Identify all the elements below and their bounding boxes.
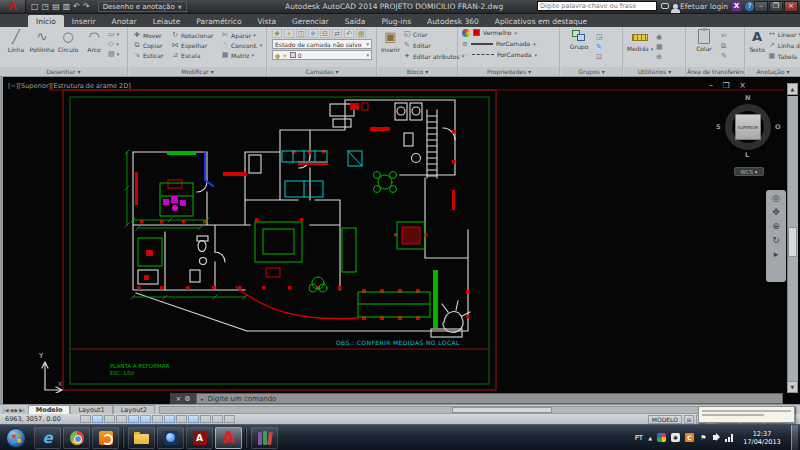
layer-prev-icon[interactable]: ↶ bbox=[344, 29, 354, 38]
panel-label-layers[interactable]: Camadas ▾ bbox=[268, 67, 376, 76]
search-input[interactable] bbox=[537, 1, 657, 11]
copy-clip-icon[interactable]: ⧉ bbox=[721, 42, 727, 51]
layout-tab-modelo[interactable]: Modelo bbox=[28, 405, 71, 414]
paste-button[interactable]: Colar bbox=[692, 29, 716, 61]
ribbon-tab-1[interactable]: Inserir bbox=[64, 15, 104, 27]
flag-icon[interactable]: ⚑ bbox=[699, 433, 708, 442]
taskbar-adobe-reader[interactable]: A bbox=[186, 427, 213, 449]
viewcube-face[interactable]: SUPERIOR bbox=[735, 114, 761, 140]
linetype-dropdown[interactable]: ⋯ PorCamada▾ bbox=[459, 49, 559, 60]
taskbar-chrome[interactable] bbox=[63, 427, 90, 449]
modify-5-button[interactable]: ◝Concord. ▾ bbox=[221, 40, 266, 50]
scroll-up-arrow[interactable]: ▲ bbox=[787, 83, 798, 95]
status-toggle-8[interactable] bbox=[176, 415, 187, 423]
rectangle-icon[interactable]: ▭ ▾ bbox=[108, 30, 119, 39]
next-tab-icon[interactable]: ▶ bbox=[14, 407, 18, 413]
taskbar-office[interactable] bbox=[92, 427, 119, 449]
command-input[interactable]: ▸ Digite um comando bbox=[196, 393, 783, 404]
taskbar-media-player[interactable] bbox=[157, 427, 184, 449]
tray-expand-icon[interactable]: ▲ bbox=[648, 435, 652, 441]
antivirus-icon[interactable]: ✱ bbox=[671, 433, 680, 442]
plot-icon[interactable]: ▥ bbox=[63, 2, 71, 12]
layer-lock-icon[interactable]: ⊟ bbox=[320, 29, 330, 38]
panel-label-clipboard[interactable]: Área de transferência bbox=[687, 67, 744, 76]
ribbon-tab-7[interactable]: Saída bbox=[337, 15, 374, 27]
modify-3-button[interactable]: ⧉Copiar bbox=[133, 40, 167, 50]
minimize-button[interactable]: – bbox=[754, 1, 768, 12]
draw-3-button[interactable]: ◠Arco bbox=[82, 29, 106, 59]
status-toggle-6[interactable] bbox=[152, 415, 163, 423]
draw-1-button[interactable]: ∿Polilinha bbox=[30, 29, 54, 59]
group-selection-icon[interactable]: ⊡ bbox=[596, 53, 603, 62]
layer-match-icon[interactable]: ⇄ bbox=[332, 29, 342, 38]
show-desktop-button[interactable] bbox=[791, 425, 798, 450]
ribbon-tab-9[interactable]: Autodesk 360 bbox=[419, 15, 487, 27]
layout-tab-layout1[interactable]: Layout1 bbox=[70, 405, 112, 414]
last-tab-icon[interactable]: ▶| bbox=[19, 407, 25, 413]
status-toggle-2[interactable] bbox=[104, 415, 115, 423]
wcs-dropdown[interactable]: WCS ▾ bbox=[734, 167, 764, 176]
panel-label-modify[interactable]: Modificar ▾ bbox=[129, 67, 266, 76]
language-indicator[interactable]: PT bbox=[635, 434, 644, 442]
viewcube-north[interactable]: N bbox=[745, 94, 750, 102]
panel-label-block[interactable]: Bloco ▾ bbox=[378, 67, 457, 76]
exchange-apps-icon[interactable]: X bbox=[732, 2, 741, 11]
taskbar-internet-explorer[interactable]: e bbox=[34, 427, 61, 449]
taskbar-windows-explorer[interactable] bbox=[128, 427, 155, 449]
layout-tab-layout2[interactable]: Layout2 bbox=[113, 405, 155, 414]
showmotion-icon[interactable]: ▸ bbox=[774, 249, 779, 260]
quick-select-icon[interactable]: ◉ bbox=[656, 33, 663, 42]
scroll-down-arrow[interactable]: ▼ bbox=[787, 381, 798, 393]
ungroup-icon[interactable]: ◲ bbox=[596, 33, 603, 42]
modify-0-button[interactable]: ✚Mover bbox=[133, 30, 167, 40]
ribbon-tab-5[interactable]: Vista bbox=[250, 15, 285, 27]
workspace-dropdown[interactable]: Desenho e anotação ▼ bbox=[98, 1, 187, 12]
status-toggle-7[interactable] bbox=[164, 415, 175, 423]
action-center-icon[interactable] bbox=[657, 433, 666, 442]
quick-calc-icon[interactable]: ▦ bbox=[656, 43, 663, 52]
scrollbar-thumb[interactable] bbox=[788, 227, 797, 257]
ribbon-tab-2[interactable]: Anotar bbox=[104, 15, 145, 27]
first-tab-icon[interactable]: |◀ bbox=[3, 407, 9, 413]
layer-state-dropdown[interactable]: Estado de camada não salvo▾ bbox=[272, 39, 372, 49]
draw-0-button[interactable]: ╱Linha bbox=[4, 29, 28, 59]
panel-label-properties[interactable]: Propriedades ▾ bbox=[459, 67, 559, 76]
layer-properties-icon[interactable]: ❖ bbox=[272, 29, 282, 38]
new-icon[interactable]: □ bbox=[31, 2, 39, 12]
block-edit-attributes-button[interactable]: ✦Editar atributos ▾ bbox=[403, 51, 464, 61]
open-icon[interactable]: ◳ bbox=[42, 2, 50, 12]
modify-7-button[interactable]: ⊿Escala bbox=[171, 50, 217, 60]
group-edit-icon[interactable]: ✎ bbox=[596, 43, 603, 52]
lineweight-dropdown[interactable]: ≡ PorCamada▾ bbox=[459, 38, 559, 49]
close-button[interactable]: × bbox=[784, 1, 798, 12]
layer-isolate-icon[interactable]: ◫ bbox=[296, 29, 306, 38]
status-toggle-5[interactable] bbox=[140, 415, 151, 423]
command-close-icon[interactable]: × bbox=[175, 395, 181, 403]
zoom-icon[interactable]: ⊕ bbox=[772, 221, 780, 232]
layer-dropdown[interactable]: ● ☀ 0 ▾ bbox=[272, 50, 372, 60]
layer-freeze-icon[interactable]: ❄ bbox=[308, 29, 318, 38]
block-edit-button[interactable]: ✎Editar bbox=[403, 40, 464, 50]
draw-2-button[interactable]: ○Círculo bbox=[56, 29, 80, 59]
ellipse-icon[interactable]: ○ ▾ bbox=[108, 40, 119, 49]
search-icon[interactable] bbox=[661, 3, 669, 9]
status-toggle-0[interactable] bbox=[80, 415, 91, 423]
command-customize-icon[interactable]: ⚙ bbox=[184, 395, 190, 403]
insert-block-button[interactable]: ▣ Inserir bbox=[381, 29, 400, 61]
panel-label-groups[interactable]: Grupos ▾ bbox=[561, 67, 622, 76]
taskbar-winrar[interactable] bbox=[251, 427, 278, 449]
object-color-dropdown[interactable]: Vermelho▾ bbox=[459, 27, 559, 38]
model-space-button[interactable]: MODELO bbox=[648, 415, 682, 424]
block-create-button[interactable]: ◱Criar bbox=[403, 29, 464, 39]
leader-button[interactable]: ↗Linha de chamada bbox=[768, 40, 800, 50]
app-menu-button[interactable]: A bbox=[0, 0, 26, 13]
cut-icon[interactable]: ✄ bbox=[721, 32, 727, 41]
ribbon-tab-10[interactable]: Aplicativos em destaque bbox=[487, 15, 595, 27]
panel-label-utilities[interactable]: Utilitários ▾ bbox=[624, 67, 685, 76]
layer-off-icon[interactable]: ☀ bbox=[284, 29, 294, 38]
ribbon-tab-6[interactable]: Gerenciar bbox=[284, 15, 337, 27]
status-toggle-9[interactable] bbox=[188, 415, 199, 423]
text-button[interactable]: A Texto bbox=[749, 29, 765, 61]
modify-2-button[interactable]: ✄Aparar ▾ bbox=[221, 30, 266, 40]
ribbon-tab-0[interactable]: Início bbox=[28, 15, 64, 27]
